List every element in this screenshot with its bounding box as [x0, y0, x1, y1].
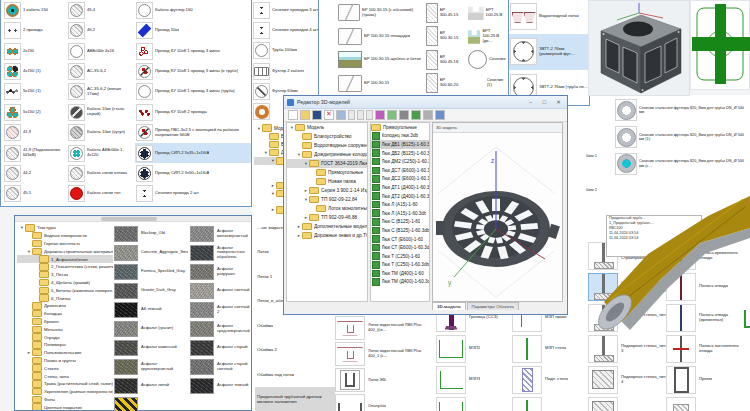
- tree-item[interactable]: Металлы: [17, 325, 113, 333]
- toolbar-icon[interactable]: [423, 110, 433, 120]
- cable-item[interactable]: Кабель АВБбШв 1-4х120: [67, 143, 133, 163]
- tree-item[interactable]: Укрепления (разные поверхности): [17, 388, 113, 396]
- curb-item[interactable]: Сечение (1): [467, 72, 509, 96]
- tree-item[interactable]: 4_Щебень (гравий): [17, 279, 113, 287]
- toolbar-icon[interactable]: [375, 110, 385, 120]
- tree-item[interactable]: Ограды: [17, 333, 113, 341]
- curb-item[interactable]: БР 300.60.20: [425, 72, 465, 96]
- model-file-item[interactable]: Колодец люк.3db: [371, 132, 429, 141]
- toolbar-icon[interactable]: [366, 110, 373, 120]
- tree-item[interactable]: Трава (растительный слой, газон): [17, 380, 113, 388]
- texture-item[interactable]: Асфальт каменный: [114, 338, 188, 357]
- model-file-item[interactable]: Люк ТМ (Д400)-1-60.3db: [371, 278, 429, 287]
- toolbar-icon[interactable]: [348, 110, 355, 120]
- tree-item[interactable]: Стекло: [17, 364, 113, 372]
- cable-item[interactable]: 1 кабель 150: [3, 0, 67, 20]
- model-file-item[interactable]: Люк Т (С250)-1-60.3db: [371, 261, 429, 270]
- steel-section-item[interactable]: Сечение стального футляра 820_8мм для тр…: [614, 97, 748, 124]
- cable-item[interactable]: АС-35-6,2: [67, 61, 133, 81]
- symbol-item[interactable]: [588, 395, 666, 411]
- symbol-item[interactable]: Проем: [666, 364, 746, 395]
- cable-item[interactable]: 46,2: [67, 20, 133, 40]
- cable-item[interactable]: 45,1: [3, 184, 67, 204]
- toolbar-icon[interactable]: [288, 110, 298, 120]
- toolbar-icon[interactable]: [435, 110, 445, 120]
- texture-item[interactable]: Асфальт старый светлый: [190, 357, 250, 376]
- toolbar-icon[interactable]: [399, 110, 409, 120]
- tree-item[interactable]: Водоотводные сооружения: [287, 141, 367, 150]
- symbol-item[interactable]: Подпорная стенка_тип 4: [588, 364, 666, 395]
- cable-item[interactable]: Провод СИП-2 3х50+1х16/А: [135, 163, 251, 183]
- tab-3d-model[interactable]: 3D-модель: [432, 302, 466, 310]
- drainage-item[interactable]: ЗВТТ-2 76мм (размерный фут…: [509, 34, 589, 69]
- model-file-item[interactable]: Люк С (В125)-1-60.3db: [371, 226, 429, 235]
- section-item[interactable]: Труба 100мм: [252, 41, 320, 61]
- cable-item[interactable]: 2х150: [3, 41, 67, 61]
- symbol-item[interactable]: [666, 395, 746, 411]
- catalog-item[interactable]: Лоток водосточный ЛВК Plus 400_(бе…: [335, 315, 429, 341]
- curb-item[interactable]: БР 100.30.15 (с обсыпкой) (трава): [337, 1, 423, 25]
- model-file-item[interactable]: Люк Т (С250)-1-60: [371, 252, 429, 261]
- texture-item[interactable]: Асфальт литой: [114, 376, 188, 395]
- tree-item[interactable]: ▸ Дорожные знаки и др.ТСОДД: [287, 231, 367, 240]
- section-item[interactable]: Сечение проводов 4 шт: [252, 20, 320, 40]
- tree-item[interactable]: 5_Бетоны (каменные поверхн…: [17, 286, 113, 294]
- symbol-item[interactable]: МЗП стена: [512, 333, 586, 364]
- minimize-button[interactable]: –: [525, 99, 536, 105]
- curb-item[interactable]: БР 100.30.15 щебень и бетон: [337, 48, 423, 72]
- cable-item[interactable]: АС-35-6,2 (внешн 17мм): [67, 82, 133, 102]
- cable-item[interactable]: Кабель футляр 160: [135, 0, 251, 20]
- cable-item[interactable]: 4х150 (1): [3, 61, 67, 81]
- tree-item[interactable]: ▾ ТП 902-09-22,84: [287, 195, 367, 204]
- drainage-item[interactable]: Водоотводной лоток: [509, 0, 589, 34]
- model-file-item[interactable]: Люк ДБ1 (В125)-1-60.3db: [371, 140, 429, 149]
- cable-item[interactable]: Провод ПВС-3х2,5 с изоляцией на рабочее …: [135, 122, 251, 142]
- tree-item[interactable]: ▾ ГОСТ 3634-2019 Люки смотров…: [287, 159, 367, 168]
- cable-item[interactable]: 2 провода: [3, 20, 67, 40]
- tree-item[interactable]: 1_Асфальтобетон: [17, 255, 113, 263]
- tree-item[interactable]: ▾ Дождеприемные колодцы: [287, 150, 367, 159]
- symbol-item[interactable]: Полоса постоянного отвода: [666, 333, 746, 364]
- tree-item[interactable]: ▾ Текстуры: [17, 224, 113, 232]
- symbol-item[interactable]: МЗП3: [436, 364, 512, 395]
- tab-object-parameters[interactable]: Параметры Объекта: [467, 302, 519, 310]
- tree-item[interactable]: ▾ Модель: [287, 123, 367, 132]
- cable-item[interactable]: Провод СИП-2 3х35+1х16/А: [135, 143, 251, 163]
- symbol-item[interactable]: МЗП2: [436, 333, 512, 364]
- model-file-item[interactable]: Люк ТМ (Д400)-1-60: [371, 269, 429, 278]
- list-item[interactable]: Продольный трубчатый дренаж мелкого зало…: [255, 387, 335, 411]
- model-file-item[interactable]: Люк ДТ1 (Д400)-1-60.3db: [371, 183, 429, 192]
- symbol-item[interactable]: [436, 395, 512, 411]
- toolbar-icon[interactable]: [324, 110, 334, 120]
- list-item[interactable]: Обойма под лоток: [255, 362, 335, 387]
- texture-item[interactable]: Concrete_Aggregate_Smoke: [114, 243, 188, 262]
- list-item[interactable]: Обойма 2: [255, 338, 335, 363]
- tree-item[interactable]: 3_Песок: [17, 271, 113, 279]
- symbol-item[interactable]: Полоса отвода: [666, 271, 746, 302]
- toolbar-icon[interactable]: [336, 110, 346, 120]
- model-file-item[interactable]: Прямоугольные: [371, 123, 429, 132]
- toolbar-icon[interactable]: [300, 110, 310, 120]
- tree-item[interactable]: Цветные покрытия: [17, 403, 113, 410]
- catalog-item[interactable]: Лоток водосточный ЛВК Plus 400_1 (с…: [335, 341, 429, 367]
- cable-item[interactable]: Провод КУ 10х8 2 провода: [135, 102, 251, 122]
- cable-item[interactable]: Провод КУ 10х8 1 провод 3 жилы: [135, 41, 251, 61]
- steel-section-item[interactable]: Сечение стального футляра 820_8мм для тр…: [614, 150, 748, 177]
- steel-section-item[interactable]: Сечение стального футляра 820_8мм для тр…: [614, 124, 748, 151]
- cable-item[interactable]: Сечения провода 2 шт: [135, 184, 251, 204]
- tree-item[interactable]: 2_Геосинтетика (сетки, решетк…: [17, 263, 113, 271]
- curb-item[interactable]: БРТ 100.25.В (дв…: [467, 25, 509, 49]
- model-file-item[interactable]: Люк С (В125)-1-60: [371, 218, 429, 227]
- model-file-item[interactable]: Люк ДС7 (Е600)-1-60.3db: [371, 166, 429, 175]
- toolbar-icon[interactable]: [387, 110, 397, 120]
- texture-scrollbar[interactable]: [15, 216, 251, 222]
- texture-item[interactable]: Асфальт поверхностная обработка: [190, 243, 250, 262]
- cable-item[interactable]: 44,2: [3, 163, 67, 183]
- toolbar-icon[interactable]: [312, 110, 322, 120]
- editor-titlebar[interactable]: Редактор 3D-моделей – □ ✕: [284, 96, 567, 109]
- toolbar-icon[interactable]: [357, 110, 364, 120]
- cable-item[interactable]: 5х150 (2): [3, 102, 67, 122]
- maximize-button[interactable]: □: [539, 99, 550, 105]
- texture-item[interactable]: Асфальт разрушен: [190, 262, 250, 281]
- tree-item[interactable]: Почвы и грунты: [17, 357, 113, 365]
